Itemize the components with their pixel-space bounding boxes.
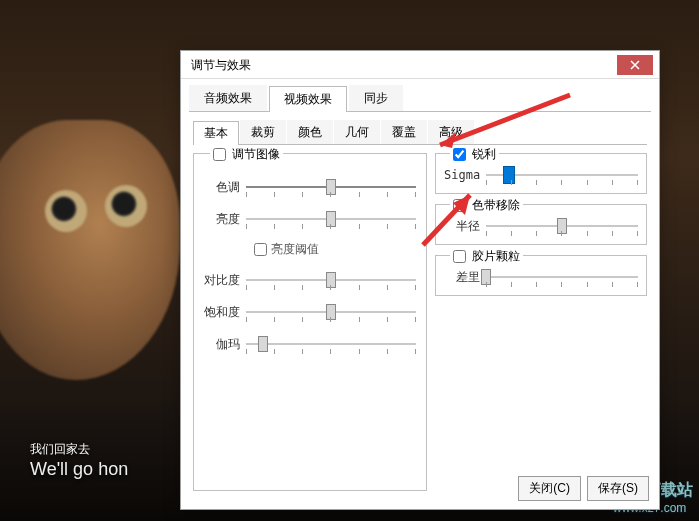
effects-dialog: 调节与效果 音频效果 视频效果 同步 基本 裁剪 颜色 几何 覆盖 高级 调节图… — [180, 50, 660, 510]
subtitle-cn: 我们回家去 — [30, 442, 128, 458]
adjust-image-label: 调节图像 — [232, 146, 280, 163]
gamma-label: 伽玛 — [204, 336, 240, 353]
banding-label: 色带移除 — [472, 197, 520, 214]
banding-group: 色带移除 半径 — [435, 204, 647, 245]
sharpen-label: 锐利 — [472, 146, 496, 163]
sub-tabs: 基本 裁剪 颜色 几何 覆盖 高级 — [193, 120, 647, 145]
radius-row: 半径 — [444, 216, 638, 236]
radius-slider[interactable] — [486, 216, 638, 236]
tab-crop[interactable]: 裁剪 — [240, 120, 286, 144]
slider-track — [246, 343, 416, 345]
tab-advanced[interactable]: 高级 — [428, 120, 474, 144]
hue-label: 色调 — [204, 179, 240, 196]
banding-header: 色带移除 — [450, 197, 523, 214]
brightness-threshold-row: 亮度阈值 — [254, 241, 416, 258]
sigma-row: Sigma — [444, 165, 638, 185]
eye — [105, 185, 147, 227]
slider-ticks — [246, 317, 416, 322]
banding-checkbox[interactable] — [453, 199, 466, 212]
brightness-threshold-label: 亮度阈值 — [271, 241, 319, 258]
slider-ticks — [486, 180, 638, 185]
tab-video-effects[interactable]: 视频效果 — [269, 86, 347, 112]
hue-row: 色调 — [204, 177, 416, 197]
gamma-row: 伽玛 — [204, 334, 416, 354]
adjust-image-checkbox[interactable] — [213, 148, 226, 161]
save-button[interactable]: 保存(S) — [587, 476, 649, 501]
right-column: 锐利 Sigma 色带移除 半径 — [435, 153, 647, 491]
contrast-slider[interactable] — [246, 270, 416, 290]
sharpen-checkbox[interactable] — [453, 148, 466, 161]
panel-body: 调节图像 色调 亮度 亮度阈值 — [181, 145, 659, 495]
grain-header: 胶片颗粒 — [450, 248, 523, 265]
dialog-title: 调节与效果 — [191, 51, 251, 79]
saturation-row: 饱和度 — [204, 302, 416, 322]
variance-row: 差里 — [444, 267, 638, 287]
contrast-label: 对比度 — [204, 272, 240, 289]
sigma-slider[interactable] — [486, 165, 638, 185]
contrast-row: 对比度 — [204, 270, 416, 290]
brightness-row: 亮度 — [204, 209, 416, 229]
slider-ticks — [246, 349, 416, 354]
slider-ticks — [486, 282, 638, 287]
dialog-footer: 关闭(C) 保存(S) — [518, 476, 649, 501]
eye — [45, 190, 87, 232]
slider-ticks — [246, 285, 416, 290]
sharpen-group: 锐利 Sigma — [435, 153, 647, 194]
variance-slider[interactable] — [486, 267, 638, 287]
tab-color[interactable]: 颜色 — [287, 120, 333, 144]
tab-overlay[interactable]: 覆盖 — [381, 120, 427, 144]
subtitle-en: We'll go hon — [30, 458, 128, 481]
grain-checkbox[interactable] — [453, 250, 466, 263]
slider-ticks — [486, 231, 638, 236]
main-tabs: 音频效果 视频效果 同步 — [189, 85, 651, 112]
hue-slider[interactable] — [246, 177, 416, 197]
gamma-slider[interactable] — [246, 334, 416, 354]
adjust-image-header: 调节图像 — [210, 146, 283, 163]
saturation-slider[interactable] — [246, 302, 416, 322]
sharpen-header: 锐利 — [450, 146, 499, 163]
image-adjust-group: 调节图像 色调 亮度 亮度阈值 — [193, 153, 427, 491]
variance-label: 差里 — [444, 269, 480, 286]
slider-ticks — [246, 192, 416, 197]
close-icon — [630, 60, 640, 70]
brightness-threshold-checkbox[interactable] — [254, 243, 267, 256]
tab-sync[interactable]: 同步 — [349, 85, 403, 111]
close-dialog-button[interactable]: 关闭(C) — [518, 476, 581, 501]
sigma-label: Sigma — [444, 168, 480, 182]
radius-label: 半径 — [444, 218, 480, 235]
tab-audio-effects[interactable]: 音频效果 — [189, 85, 267, 111]
dialog-titlebar: 调节与效果 — [181, 51, 659, 79]
slider-ticks — [246, 224, 416, 229]
close-button[interactable] — [617, 55, 653, 75]
tab-geometry[interactable]: 几何 — [334, 120, 380, 144]
tab-basic[interactable]: 基本 — [193, 121, 239, 145]
subtitle: 我们回家去 We'll go hon — [30, 442, 128, 481]
brightness-label: 亮度 — [204, 211, 240, 228]
saturation-label: 饱和度 — [204, 304, 240, 321]
grain-group: 胶片颗粒 差里 — [435, 255, 647, 296]
brightness-slider[interactable] — [246, 209, 416, 229]
slider-track — [486, 276, 638, 278]
grain-label: 胶片颗粒 — [472, 248, 520, 265]
